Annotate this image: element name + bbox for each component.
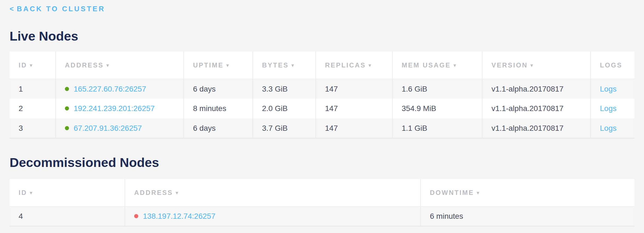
node-id-cell: 3 [10,118,56,138]
node-logs-cell: Logs [591,99,634,118]
node-version-cell: v1.1-alpha.20170817 [482,79,591,99]
table-row: 1 165.227.60.76:26257 6 days 3.3 GiB 147… [10,79,634,99]
node-bytes-cell: 2.0 GiB [253,99,316,118]
decommissioned-nodes-table: ID▾ ADDRESS▾ DOWNTIME▾ 4 138.197.12.74:2… [10,179,634,226]
node-mem-usage-cell: 354.9 MiB [392,99,482,118]
sort-arrow-icon: ▾ [292,63,295,68]
table-row: 2 192.241.239.201:26257 8 minutes 2.0 Gi… [10,99,634,118]
column-header-id[interactable]: ID▾ [10,179,125,206]
decommissioned-nodes-title: Decommissioned Nodes [10,155,634,170]
live-nodes-table: ID▾ ADDRESS▾ UPTIME▾ BYTES▾ REPLICAS▾ ME… [10,52,634,138]
live-nodes-title: Live Nodes [10,29,634,44]
table-row: 3 67.207.91.36:26257 6 days 3.7 GiB 147 … [10,118,634,138]
node-version-cell: v1.1-alpha.20170817 [482,99,591,118]
node-bytes-cell: 3.7 GiB [253,118,316,138]
sort-arrow-icon: ▾ [477,190,480,195]
sort-arrow-icon: ▾ [369,63,372,68]
column-header-logs: LOGS [591,52,634,79]
column-header-address[interactable]: ADDRESS▾ [56,52,184,79]
column-header-uptime[interactable]: UPTIME▾ [184,52,253,79]
node-address-link[interactable]: 67.207.91.36:26257 [74,124,142,132]
decommissioned-header-row: ID▾ ADDRESS▾ DOWNTIME▾ [10,179,634,206]
node-address-cell: 67.207.91.36:26257 [56,118,184,138]
back-to-cluster-label: BACK TO CLUSTER [17,5,105,13]
node-id-cell: 1 [10,79,56,99]
column-header-replicas[interactable]: REPLICAS▾ [316,52,392,79]
sort-arrow-icon: ▾ [226,63,230,68]
node-uptime-cell: 8 minutes [184,99,253,118]
sort-arrow-icon: ▾ [176,190,179,195]
node-uptime-cell: 6 days [184,79,253,99]
node-downtime-cell: 6 minutes [421,206,634,226]
node-id-cell: 4 [10,206,125,226]
sort-arrow-icon: ▾ [454,63,457,68]
node-logs-link[interactable]: Logs [600,124,617,132]
node-mem-usage-cell: 1.1 GiB [392,118,482,138]
node-replicas-cell: 147 [316,79,392,99]
sort-arrow-icon: ▾ [107,63,110,68]
column-header-mem-usage[interactable]: MEM USAGE▾ [392,52,482,79]
column-header-address[interactable]: ADDRESS▾ [125,179,421,206]
node-healthy-status-icon [65,87,69,91]
back-to-cluster-link[interactable]: <BACK TO CLUSTER [10,4,105,14]
column-header-id[interactable]: ID▾ [10,52,56,79]
sort-arrow-icon: ▾ [30,63,33,68]
node-healthy-status-icon [65,126,69,130]
node-replicas-cell: 147 [316,118,392,138]
node-version-cell: v1.1-alpha.20170817 [482,118,591,138]
back-arrow-icon: < [10,5,15,13]
table-row: 4 138.197.12.74:26257 6 minutes [10,206,634,226]
node-address-cell: 165.227.60.76:26257 [56,79,184,99]
sort-arrow-icon: ▾ [531,63,534,68]
node-address-link[interactable]: 165.227.60.76:26257 [74,85,146,93]
node-address-cell: 138.197.12.74:26257 [125,206,421,226]
node-replicas-cell: 147 [316,99,392,118]
node-healthy-status-icon [65,106,69,110]
column-header-bytes[interactable]: BYTES▾ [253,52,316,79]
node-id-cell: 2 [10,99,56,118]
node-list-page: <BACK TO CLUSTER Live Nodes ID▾ ADDRESS▾… [0,0,644,226]
node-logs-link[interactable]: Logs [600,85,617,93]
node-bytes-cell: 3.3 GiB [253,79,316,99]
node-logs-cell: Logs [591,118,634,138]
sort-arrow-icon: ▾ [30,190,33,195]
node-uptime-cell: 6 days [184,118,253,138]
node-address-link[interactable]: 192.241.239.201:26257 [74,104,155,113]
live-nodes-header-row: ID▾ ADDRESS▾ UPTIME▾ BYTES▾ REPLICAS▾ ME… [10,52,634,79]
column-header-version[interactable]: VERSION▾ [482,52,591,79]
node-address-link[interactable]: 138.197.12.74:26257 [143,212,215,220]
node-decommissioned-status-icon [134,214,138,218]
node-logs-link[interactable]: Logs [600,104,617,113]
column-header-downtime[interactable]: DOWNTIME▾ [421,179,634,206]
node-logs-cell: Logs [591,79,634,99]
node-address-cell: 192.241.239.201:26257 [56,99,184,118]
node-mem-usage-cell: 1.6 GiB [392,79,482,99]
